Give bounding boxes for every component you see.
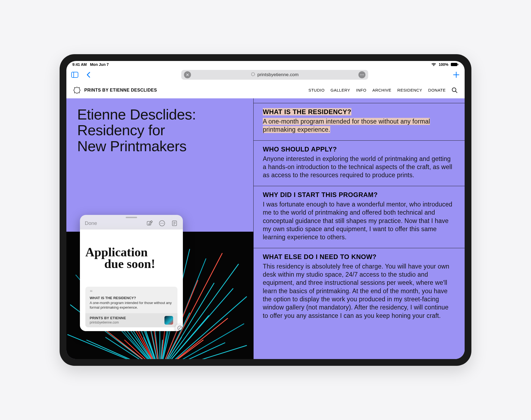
faq-answer: This residency is absolutely free of cha… xyxy=(263,262,455,320)
quote-thumbnail xyxy=(164,316,173,325)
reader-aa-icon[interactable] xyxy=(184,71,191,78)
nav-residency[interactable]: RESIDENCY xyxy=(397,88,422,92)
nav-gallery[interactable]: GALLERY xyxy=(331,88,350,92)
nav-studio[interactable]: STUDIO xyxy=(308,88,325,92)
quote-source[interactable]: PRINTS BY ETIENNE printsbyetienne.com xyxy=(85,313,177,327)
page-content: Etienne Desclides: Residency for New Pri… xyxy=(66,98,465,359)
right-column[interactable]: WHAT IS THE RESIDENCY? A one-month progr… xyxy=(253,98,465,359)
back-button[interactable] xyxy=(84,70,93,79)
brand-badge-icon xyxy=(73,87,80,94)
status-time: 9:41 AM xyxy=(72,62,87,67)
svg-point-7 xyxy=(360,74,361,75)
wifi-icon xyxy=(431,63,436,66)
svg-line-14 xyxy=(456,91,457,93)
notes-list-icon[interactable] xyxy=(171,220,178,227)
more-icon[interactable] xyxy=(358,71,365,78)
status-battery-text: 100% xyxy=(439,62,448,67)
quote-card[interactable]: ❝ WHAT IS THE RESIDENCY? A one-month pro… xyxy=(85,287,177,327)
quick-note-body[interactable]: Application due soon! ❝ WHAT IS THE RESI… xyxy=(80,230,183,331)
faq-item: WHAT IS THE RESIDENCY? A one-month progr… xyxy=(254,103,465,141)
svg-point-8 xyxy=(361,74,362,75)
faq-top-divider xyxy=(254,98,465,103)
quick-note-header: Done xyxy=(80,220,183,230)
svg-marker-12 xyxy=(74,87,80,93)
url-text: printsbyetienne.com xyxy=(257,72,299,77)
faq-answer: A one-month program intended for those w… xyxy=(263,117,455,134)
ipad-frame: 9:41 AM Mon Jun 7 100% xyxy=(60,54,471,366)
quote-source-title: PRINTS BY ETIENNE xyxy=(90,316,126,320)
safari-toolbar: printsbyetienne.com xyxy=(66,68,465,82)
done-button[interactable]: Done xyxy=(85,220,97,226)
faq-item: WHY DID I START THIS PROGRAM? I was fort… xyxy=(254,186,465,248)
page-title: Etienne Desclides: Residency for New Pri… xyxy=(77,106,242,154)
drag-handle-icon[interactable] xyxy=(80,215,183,220)
svg-point-63 xyxy=(163,223,164,224)
quote-title: WHAT IS THE RESIDENCY? xyxy=(90,296,173,300)
svg-rect-2 xyxy=(72,72,78,77)
quote-text: A one-month program intended for those w… xyxy=(90,301,173,310)
nav-archive[interactable]: ARCHIVE xyxy=(372,88,391,92)
faq-question: WHAT ELSE DO I NEED TO KNOW? xyxy=(263,253,455,261)
svg-rect-0 xyxy=(451,63,457,66)
quote-source-url: printsbyetienne.com xyxy=(90,321,126,324)
faq-question: WHY DID I START THIS PROGRAM? xyxy=(263,191,455,199)
svg-point-9 xyxy=(363,74,364,75)
faq-item: WHAT ELSE DO I NEED TO KNOW? This reside… xyxy=(254,248,465,327)
handwritten-note: Application due soon! xyxy=(85,234,177,282)
nav-links: STUDIO GALLERY INFO ARCHIVE RESIDENCY DO… xyxy=(308,87,458,93)
svg-point-61 xyxy=(160,223,161,224)
nav-donate[interactable]: DONATE xyxy=(428,88,446,92)
faq-answer: I was fortunate enough to have a wonderf… xyxy=(263,200,455,241)
svg-rect-1 xyxy=(458,64,458,65)
battery-icon xyxy=(451,63,459,66)
quote-mark-icon: ❝ xyxy=(90,290,173,294)
faq-item: WHO SHOULD APPLY? Anyone interested in e… xyxy=(254,141,465,186)
status-date: Mon Jun 7 xyxy=(90,62,109,67)
svg-point-62 xyxy=(162,223,163,224)
site-brand[interactable]: PRINTS BY ETIENNE DESCLIDES xyxy=(73,87,157,94)
sidebar-toggle-icon[interactable] xyxy=(70,70,79,79)
search-icon[interactable] xyxy=(452,87,458,93)
nav-info[interactable]: INFO xyxy=(356,88,367,92)
faq-answer: Anyone interested in exploring the world… xyxy=(263,155,455,179)
compose-icon[interactable] xyxy=(146,220,153,227)
status-bar: 9:41 AM Mon Jun 7 100% xyxy=(66,61,465,68)
privacy-icon xyxy=(251,72,255,78)
ipad-screen: 9:41 AM Mon Jun 7 100% xyxy=(66,61,465,359)
brand-title: PRINTS BY ETIENNE DESCLIDES xyxy=(84,88,157,93)
svg-point-6 xyxy=(251,73,255,76)
faq-question: WHO SHOULD APPLY? xyxy=(263,146,455,153)
more-circle-icon[interactable] xyxy=(158,220,166,227)
quick-note-panel[interactable]: Done Applicati xyxy=(80,215,183,331)
url-bar[interactable]: printsbyetienne.com xyxy=(181,70,368,80)
new-tab-button[interactable] xyxy=(452,70,461,79)
faq-question: WHAT IS THE RESIDENCY? xyxy=(263,108,455,116)
site-nav: PRINTS BY ETIENNE DESCLIDES STUDIO GALLE… xyxy=(66,82,465,98)
